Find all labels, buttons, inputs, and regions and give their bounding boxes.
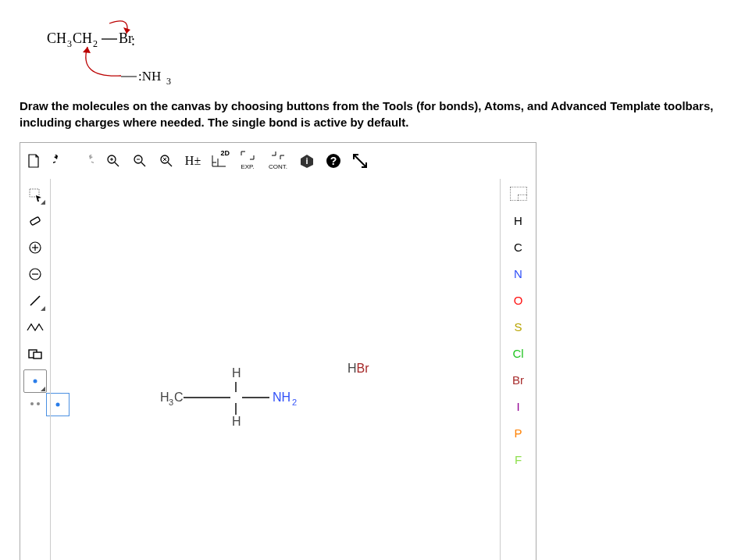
svg-text:i: i: [305, 156, 308, 166]
svg-rect-35: [30, 189, 39, 197]
svg-text:H: H: [160, 391, 169, 404]
fullscreen-button[interactable]: [348, 149, 372, 173]
zoom-in-button[interactable]: [102, 149, 125, 173]
svg-line-43: [30, 296, 40, 305]
left-toolbar: [20, 179, 50, 560]
reaction-svg: CH 3 CH 2 Br : ‥ :NH 3: [31, 20, 234, 90]
svg-text:2: 2: [93, 38, 98, 49]
molecule-svg: H 3 C H H NH 2 HBr: [51, 179, 488, 560]
svg-point-48: [37, 402, 40, 405]
atom-F-button[interactable]: F: [507, 449, 530, 469]
atom-C-button[interactable]: C: [507, 237, 530, 257]
atom-S-button[interactable]: S: [507, 316, 530, 337]
svg-line-23: [168, 162, 172, 166]
expand-button[interactable]: EXP.: [234, 149, 261, 173]
contract-button[interactable]: CONT.: [264, 149, 292, 173]
top-toolbar: H± 2D EXP. CONT. i ?: [20, 143, 536, 179]
chain-button[interactable]: [24, 316, 46, 338]
info-button[interactable]: i: [295, 149, 319, 173]
svg-rect-45: [34, 352, 41, 358]
atom-O-button[interactable]: O: [507, 290, 530, 310]
instruction-text: Draw the molecules on the canvas by choo…: [20, 98, 733, 130]
hydrogen-toggle-button[interactable]: H±: [181, 149, 205, 173]
svg-text::: :: [131, 33, 135, 48]
reaction-scheme: CH 3 CH 2 Br : ‥ :NH 3: [31, 20, 733, 90]
svg-marker-13: [54, 155, 58, 159]
svg-text:CH: CH: [73, 30, 92, 46]
svg-text:3: 3: [166, 76, 171, 87]
svg-line-20: [141, 162, 145, 166]
atom-I-button[interactable]: I: [507, 396, 530, 416]
svg-line-34: [355, 155, 365, 166]
twod-label: 2D: [220, 149, 230, 157]
atom-N-button[interactable]: N: [507, 263, 530, 284]
lone-pair-button[interactable]: [23, 369, 47, 393]
periodic-table-icon: [510, 187, 527, 201]
svg-marker-14: [89, 155, 93, 159]
help-button[interactable]: ?: [322, 149, 345, 173]
single-bond-button[interactable]: [24, 290, 46, 312]
svg-text:H: H: [232, 415, 241, 428]
svg-text:HBr: HBr: [348, 362, 369, 375]
svg-text:?: ?: [330, 155, 337, 167]
exp-label: EXP.: [241, 163, 254, 170]
svg-rect-37: [30, 216, 40, 225]
svg-text:NH: NH: [273, 391, 291, 404]
view-2d-button[interactable]: 2D: [208, 149, 231, 173]
svg-line-16: [115, 162, 119, 166]
svg-text:3: 3: [169, 398, 173, 407]
svg-text:2: 2: [292, 398, 297, 407]
atom-Cl-button[interactable]: Cl: [507, 343, 530, 363]
svg-point-47: [30, 402, 34, 405]
svg-point-46: [34, 380, 37, 383]
selection-tool-button[interactable]: [24, 184, 46, 205]
atom-P-button[interactable]: P: [507, 423, 530, 443]
svg-text:H: H: [232, 366, 241, 380]
svg-text:CH: CH: [47, 30, 66, 46]
zoom-out-button[interactable]: [128, 149, 151, 173]
svg-text::NH: :NH: [138, 69, 161, 84]
redo-button[interactable]: [75, 149, 98, 173]
chem-editor: H± 2D EXP. CONT. i ?: [20, 142, 536, 560]
charge-plus-button[interactable]: [24, 237, 46, 259]
h-label: H±: [185, 154, 201, 168]
undo-button[interactable]: [48, 149, 72, 173]
template-button[interactable]: [24, 343, 46, 365]
cont-label: CONT.: [269, 163, 287, 170]
charge-minus-button[interactable]: [24, 263, 46, 285]
atom-Br-button[interactable]: Br: [507, 369, 530, 390]
editor-body: H 3 C H H NH 2 HBr H C N O S Cl Br I: [20, 179, 536, 560]
svg-text:3: 3: [67, 38, 72, 49]
svg-text:C: C: [174, 391, 184, 404]
drawing-canvas[interactable]: H 3 C H H NH 2 HBr: [50, 179, 501, 560]
eraser-button[interactable]: [24, 210, 46, 232]
right-toolbar: H C N O S Cl Br I P F: [501, 179, 536, 560]
new-file-button[interactable]: [22, 149, 45, 173]
periodic-table-button[interactable]: [507, 184, 530, 204]
zoom-fit-button[interactable]: [155, 149, 178, 173]
atom-H-button[interactable]: H: [507, 210, 530, 230]
svg-marker-9: [83, 47, 91, 53]
